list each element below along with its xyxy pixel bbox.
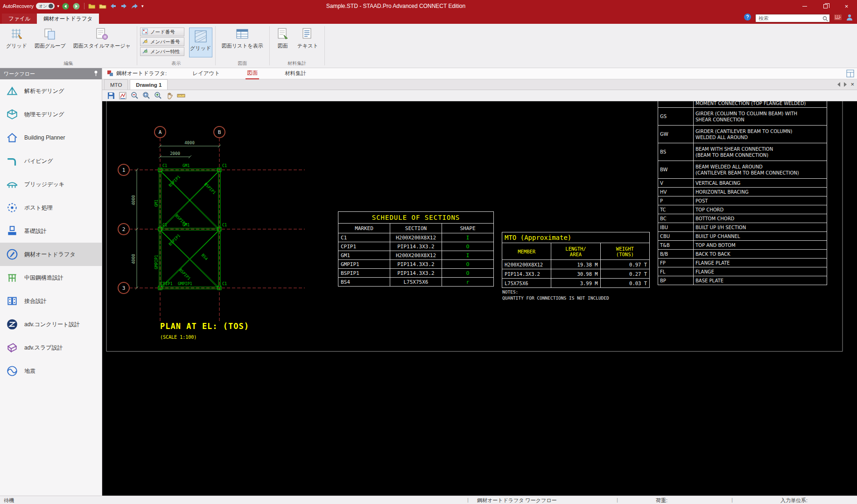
mto-text-button[interactable]: テキスト [294,25,322,51]
open-folder-icon[interactable] [88,2,96,10]
svg-text:C1: C1 [162,163,167,168]
sidebar-item-connection-design[interactable]: 接合設計 [0,289,102,313]
zoom-out-icon[interactable] [129,91,140,100]
sidebar-item-bridge-deck[interactable]: ブリッジデッキ [0,173,102,196]
search-icon[interactable] [822,15,828,23]
sidebar-item-analytical-modeling[interactable]: 解析モデリング [0,79,102,103]
mto-drawing-button[interactable]: 図面 [273,25,293,51]
zoom-extents-icon[interactable] [153,91,163,100]
show-drawing-list-button[interactable]: 図面リストを表示 [218,25,267,51]
forward-circle-icon[interactable] [72,2,81,10]
undo-icon[interactable] [109,2,118,10]
doc-tab-drawing1[interactable]: Drawing 1 [130,79,168,90]
tab-scroll-right-icon[interactable] [844,82,847,87]
foundation-design-icon [6,225,18,237]
autorecovery-state: オン [39,3,47,9]
physical-modeling-icon [6,108,18,120]
svg-text:BSPIP1: BSPIP1 [178,267,192,281]
legend-row: CBUBUILT UP CHANNEL [658,232,827,241]
sidebar-item-post-processing[interactable]: ポスト処理 [0,196,102,219]
keyboard-shortcuts-icon[interactable] [834,14,842,22]
close-button[interactable]: × [836,0,857,12]
show-drawing-list-label: 図面リストを表示 [222,42,263,49]
export-metafile-icon[interactable] [118,91,128,100]
drawing-group-icon [43,27,57,41]
svg-text:C1: C1 [162,223,167,227]
restore-button[interactable] [815,0,836,12]
workflow-link-mto[interactable]: 材料集計 [283,68,308,79]
sidebar-item-earthquake[interactable]: 地震 [0,359,102,383]
zoom-window-icon[interactable] [141,91,151,100]
redo-icon[interactable] [120,2,128,10]
pin-icon[interactable] [94,70,98,77]
folder-icon[interactable] [98,2,107,10]
grid-button[interactable]: グリッド [3,25,30,51]
status-bar: 待機 | 鋼材オートドラフタ ワークフロー | 荷重: | 入力単位系: [0,496,857,504]
legend-row: BPBASE PLATE [658,276,827,285]
drawing-canvas[interactable]: A B 1 2 3 [102,101,857,496]
svg-text:C1: C1 [222,281,227,286]
table-row: BSPIP1PIP114.3X3.2O [338,269,494,278]
legend-row: TCTOP CHORD [658,205,827,214]
notes-block: NOTES: QUANTITY FOR CONNECTIONS IS NOT I… [502,289,609,301]
dimension-texts: 4000 2000 4000 4000 [131,140,195,264]
drawing-style-manager-button[interactable]: 図面スタイルマネージャ [70,25,134,51]
minimize-button[interactable] [794,0,815,12]
pan-hand-icon[interactable] [164,91,175,100]
doc-tab-mto[interactable]: MTO [104,79,128,90]
table-row: PIP114.3X3.230.98 M0.27 T [502,269,650,279]
autorecovery-caret-icon[interactable]: ▾ [57,4,59,8]
sidebar-item-label: 接合設計 [24,297,47,305]
table-row: BS4L75X75X6r [338,278,494,287]
scale-ruler-icon[interactable] [176,91,186,100]
save-icon[interactable] [106,91,116,100]
group-label-display: 表示 [140,60,212,68]
share-arrow-icon[interactable] [131,2,139,10]
sidebar-item-label: adv.コンクリート設計 [24,321,80,329]
grid-display-toggle[interactable]: グリッド [189,28,212,57]
tab-steel-autodrafter[interactable]: 鋼材オートドラフタ [37,14,99,24]
search-input[interactable] [755,14,830,22]
node-numbers-toggle[interactable]: ノード番号 [140,28,184,36]
tab-file[interactable]: ファイル [2,14,37,24]
member-numbers-toggle[interactable]: メンバー番号 [140,37,184,46]
legend-row: BSBEAM WITH SHEAR CONNECTION (BEAM TO BE… [658,143,827,161]
sidebar-item-building-planner[interactable]: Building Planner [0,126,102,149]
drawing-list-icon [235,27,249,41]
window-controls: × [794,0,857,12]
ribbon-group-mto: 図面 テキスト 材料集計 [270,24,324,68]
member-properties-icon [142,48,148,55]
grid-edit-icon [10,27,24,41]
sidebar-item-label: 解析モデリング [24,87,64,95]
tab-close-icon[interactable]: × [850,81,854,87]
sidebar-item-adv-slab-design[interactable]: adv.スラブ設計 [0,336,102,359]
sidebar-item-adv-concrete-design[interactable]: adv.コンクリート設計 [0,313,102,336]
drawing-group-button[interactable]: 図面グループ [31,25,69,51]
workflow-link-layout[interactable]: レイアウト [191,68,221,79]
sidebar-item-physical-modeling[interactable]: 物理モデリング [0,103,102,126]
ribbon-group-drawing: 図面リストを表示 図面 [216,24,269,68]
status-load-label[interactable]: 荷重: [656,497,667,504]
status-units-label[interactable]: 入力単位系: [780,497,808,504]
table-header-row: MARKED SECTION SHAPE [338,224,494,233]
sidebar-item-foundation-design[interactable]: 基礎設計 [0,219,102,243]
qat-customize-caret-icon[interactable]: ▾ [141,4,144,8]
sidebar-item-label: ブリッジデッキ [24,181,64,189]
autorecovery-toggle[interactable]: オン [36,3,55,9]
bridge-deck-icon [6,178,18,190]
legend-row: FLFLANGE [658,267,827,276]
sidebar-item-piping[interactable]: パイピング [0,149,102,173]
tab-scroll-left-icon[interactable] [837,82,840,87]
sidebar-item-steel-autodrafter[interactable]: 鋼材オートドラフタ [0,243,102,266]
adv-concrete-design-icon [6,318,18,330]
user-account-icon[interactable] [846,14,853,23]
mto-drawing-icon [276,27,290,41]
style-manager-button-label: 図面スタイルマネージャ [73,42,131,49]
workspace-layout-icon[interactable] [846,70,854,78]
member-properties-toggle[interactable]: メンバー特性 [140,47,184,56]
sidebar-header-label: ワークフロー [4,70,35,77]
back-circle-icon[interactable] [62,2,70,10]
sidebar-item-chinese-steel-design[interactable]: 中国鋼構造設計 [0,266,102,289]
workflow-link-drawing[interactable]: 図面 [246,68,259,79]
help-icon[interactable] [744,13,752,23]
